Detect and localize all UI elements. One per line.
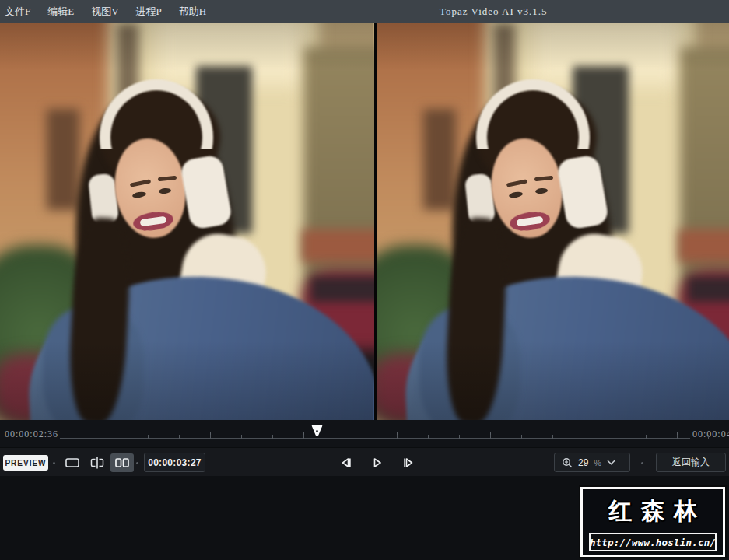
transport-bar: PREVIEW 00:00: [0,447,729,476]
menu-view[interactable]: 视图V [88,5,121,19]
separator-dot [53,462,55,464]
video-frame [377,23,729,420]
zoom-unit: % [594,458,601,467]
menu-help[interactable]: 帮助H [176,5,209,19]
preview-viewer [0,23,729,420]
timeline-ruler[interactable] [60,429,690,439]
preview-button[interactable]: PREVIEW [3,455,48,471]
zoom-magnifier-icon [562,457,573,468]
timeline-current-time: 00:00:02:36 [5,429,58,440]
zoom-control[interactable]: 29 % [554,453,630,472]
split-view-icon [90,457,104,469]
separator-dot [641,462,643,464]
window-title: Topaz Video AI v3.1.5 [440,5,548,18]
vignette [0,23,373,420]
ruler-major-ticks [117,432,729,439]
preview-pane-original[interactable] [0,23,374,420]
view-split-button[interactable] [86,453,109,472]
zoom-value: 29 [578,457,588,468]
menu-edit[interactable]: 编辑E [44,5,77,19]
step-back-icon [340,457,352,468]
view-side-by-side-button[interactable] [110,453,134,472]
step-forward-button[interactable] [398,453,419,473]
vignette [377,23,729,420]
watermark-overlay: 红森林 http://www.hoslin.cn/ [580,487,725,557]
menu-file[interactable]: 文件F [2,5,33,19]
playback-controls [336,453,419,473]
preview-pane-enhanced[interactable] [377,23,729,420]
view-mode-group [61,453,134,472]
separator-dot [136,462,138,464]
playhead[interactable] [310,425,324,437]
view-single-button[interactable] [61,453,84,472]
menubar: 文件F 编辑E 视图V 进程P 帮助H [2,0,209,23]
step-forward-icon [402,457,415,468]
timecode-field[interactable]: 00:00:03:27 [144,453,205,472]
chevron-down-icon [607,460,615,465]
watermark-title: 红森林 [583,495,723,527]
return-to-input-button[interactable]: 返回输入 [656,453,726,472]
step-back-button[interactable] [336,453,356,473]
play-icon [372,457,383,468]
watermark-url-box: http://www.hoslin.cn/ [589,533,717,551]
titlebar: 文件F 编辑E 视图V 进程P 帮助H Topaz Video AI v3.1.… [0,0,729,23]
watermark-url: http://www.hoslin.cn/ [590,537,716,548]
single-view-icon [65,458,79,467]
video-frame [0,23,373,420]
side-by-side-view-icon [115,458,129,467]
menu-process[interactable]: 进程P [133,5,165,19]
play-button[interactable] [367,453,387,473]
